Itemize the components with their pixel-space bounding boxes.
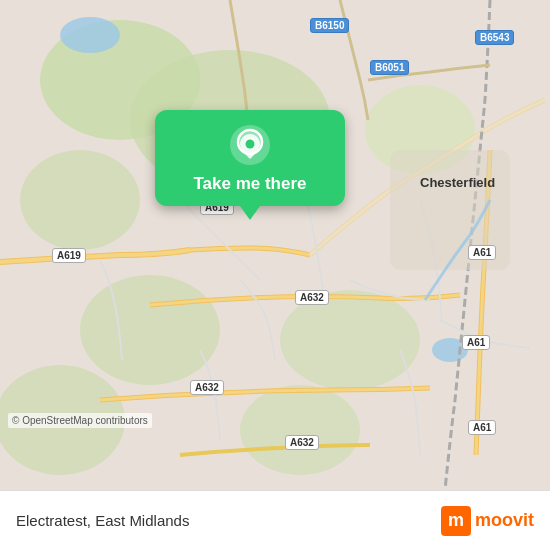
- svg-point-6: [240, 385, 360, 475]
- svg-point-9: [60, 17, 120, 53]
- moovit-m-logo: m: [441, 506, 471, 536]
- map-attribution: © OpenStreetMap contributors: [8, 413, 152, 428]
- take-me-there-popup[interactable]: Take me there: [155, 110, 345, 206]
- svg-point-10: [432, 338, 468, 362]
- popup-label: Take me there: [193, 174, 306, 194]
- svg-point-8: [280, 290, 420, 390]
- svg-point-3: [20, 150, 140, 250]
- moovit-logo: m moovit: [441, 506, 534, 536]
- moovit-wordmark: moovit: [475, 510, 534, 531]
- info-bar: Electratest, East Midlands m moovit: [0, 490, 550, 550]
- svg-rect-11: [390, 150, 510, 270]
- location-text: Electratest, East Midlands: [16, 512, 189, 529]
- svg-point-15: [246, 140, 255, 149]
- location-pin-icon: [229, 124, 271, 166]
- svg-point-4: [80, 275, 220, 385]
- map-container: B6150 B6051 B6543 A619 A619 A632 A632 A6…: [0, 0, 550, 490]
